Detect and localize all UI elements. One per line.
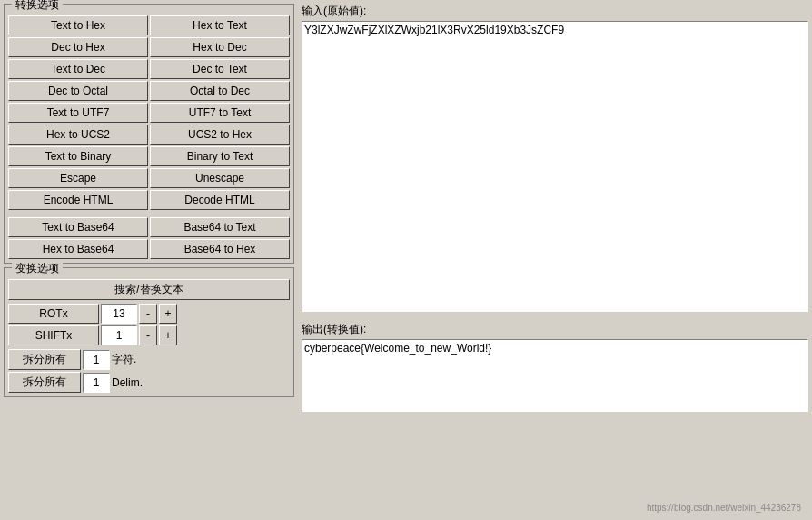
base64-to-hex-button[interactable]: Base64 to Hex bbox=[150, 239, 290, 259]
rotx-input[interactable] bbox=[101, 304, 137, 324]
split2-row: 拆分所有 Delim. bbox=[8, 372, 290, 393]
split1-button[interactable]: 拆分所有 bbox=[8, 349, 81, 370]
base64-to-text-button[interactable]: Base64 to Text bbox=[150, 217, 290, 237]
decode-html-button[interactable]: Decode HTML bbox=[150, 190, 290, 210]
hex-to-base64-button[interactable]: Hex to Base64 bbox=[8, 239, 148, 259]
binary-to-text-button[interactable]: Binary to Text bbox=[150, 146, 290, 166]
output-section: 输出(转换值): cyberpeace{Welcome_to_new_World… bbox=[302, 322, 808, 415]
text-to-hex-button[interactable]: Text to Hex bbox=[8, 15, 148, 35]
dec-to-text-button[interactable]: Dec to Text bbox=[150, 59, 290, 79]
split1-input[interactable] bbox=[83, 350, 110, 370]
escape-button[interactable]: Escape bbox=[8, 168, 148, 188]
shiftx-row: SHIFTx - + bbox=[8, 325, 290, 345]
conversion-grid: Text to Hex Hex to Text Dec to Hex Hex t… bbox=[8, 15, 290, 259]
input-textarea[interactable]: Y3lZXJwZwFjZXlXZWxjb21lX3RvX25ld19Xb3JsZ… bbox=[302, 21, 808, 312]
octal-to-dec-button[interactable]: Octal to Dec bbox=[150, 81, 290, 101]
hex-to-ucs2-button[interactable]: Hex to UCS2 bbox=[8, 125, 148, 145]
utf7-to-text-button[interactable]: UTF7 to Text bbox=[150, 103, 290, 123]
separator bbox=[8, 212, 290, 215]
var-legend: 变换选项 bbox=[12, 261, 63, 276]
rotx-button[interactable]: ROTx bbox=[8, 304, 99, 324]
encode-html-button[interactable]: Encode HTML bbox=[8, 190, 148, 210]
search-replace-button[interactable]: 搜索/替换文本 bbox=[8, 279, 290, 300]
main-container: 转换选项 Text to Hex Hex to Text Dec to Hex … bbox=[0, 0, 812, 520]
input-label: 输入(原始值): bbox=[302, 4, 808, 19]
text-to-binary-button[interactable]: Text to Binary bbox=[8, 146, 148, 166]
text-to-base64-button[interactable]: Text to Base64 bbox=[8, 217, 148, 237]
conversion-legend: 转换选项 bbox=[12, 0, 63, 13]
text-to-utf7-button[interactable]: Text to UTF7 bbox=[8, 103, 148, 123]
dec-to-hex-button[interactable]: Dec to Hex bbox=[8, 37, 148, 57]
shiftx-minus-button[interactable]: - bbox=[139, 325, 157, 345]
split2-suffix: Delim. bbox=[112, 376, 143, 389]
split1-row: 拆分所有 字符. bbox=[8, 349, 290, 370]
text-to-dec-button[interactable]: Text to Dec bbox=[8, 59, 148, 79]
shiftx-plus-button[interactable]: + bbox=[159, 325, 177, 345]
hex-to-text-button[interactable]: Hex to Text bbox=[150, 15, 290, 35]
hex-to-dec-button[interactable]: Hex to Dec bbox=[150, 37, 290, 57]
conversion-group: 转换选项 Text to Hex Hex to Text Dec to Hex … bbox=[4, 4, 294, 264]
watermark: https://blog.csdn.net/weixin_44236278 bbox=[647, 503, 801, 513]
output-textarea[interactable]: cyberpeace{Welcome_to_new_World!} bbox=[302, 339, 808, 412]
var-group: 变换选项 搜索/替换文本 ROTx - + SHIFTx - + bbox=[4, 267, 294, 397]
split1-suffix: 字符. bbox=[112, 352, 136, 367]
var-content: 搜索/替换文本 ROTx - + SHIFTx - + bbox=[8, 279, 290, 393]
input-section: 输入(原始值): Y3lZXJwZwFjZXlXZWxjb21lX3RvX25l… bbox=[302, 4, 808, 315]
unescape-button[interactable]: Unescape bbox=[150, 168, 290, 188]
dec-to-octal-button[interactable]: Dec to Octal bbox=[8, 81, 148, 101]
shiftx-button[interactable]: SHIFTx bbox=[8, 325, 99, 345]
left-panel: 转换选项 Text to Hex Hex to Text Dec to Hex … bbox=[4, 4, 294, 516]
ucs2-to-hex-button[interactable]: UCS2 to Hex bbox=[150, 125, 290, 145]
rotx-minus-button[interactable]: - bbox=[139, 304, 157, 324]
split2-button[interactable]: 拆分所有 bbox=[8, 372, 81, 393]
output-label: 输出(转换值): bbox=[302, 322, 808, 337]
rotx-row: ROTx - + bbox=[8, 304, 290, 324]
split2-input[interactable] bbox=[83, 373, 110, 393]
shiftx-input[interactable] bbox=[101, 325, 137, 345]
rotx-plus-button[interactable]: + bbox=[159, 304, 177, 324]
right-panel: 输入(原始值): Y3lZXJwZwFjZXlXZWxjb21lX3RvX25l… bbox=[298, 4, 808, 516]
